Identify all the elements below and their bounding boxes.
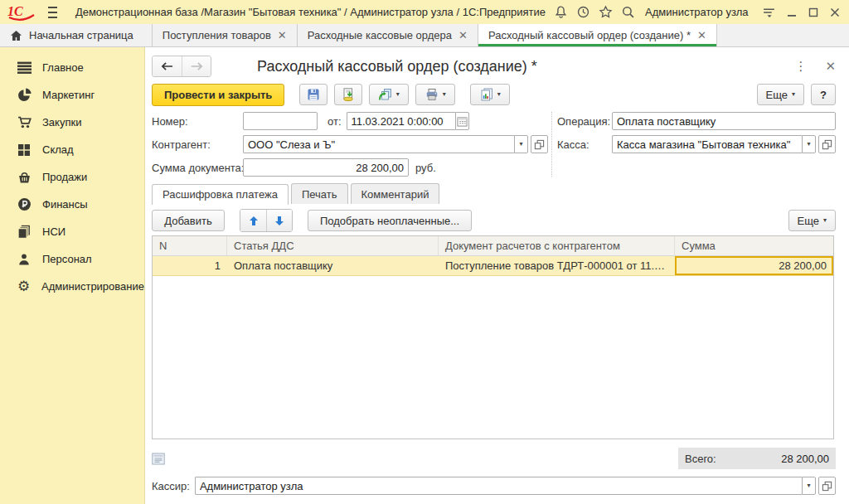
- history-icon[interactable]: [576, 3, 590, 22]
- table-footer: Всего: 28 200,00: [152, 448, 836, 469]
- counterparty-dropdown-icon[interactable]: ▾: [514, 135, 528, 153]
- counterparty-open-icon[interactable]: [531, 135, 548, 153]
- sidebar-item-label: Персонал: [42, 253, 92, 265]
- cell-dds-item[interactable]: Оплата поставщику: [227, 256, 439, 275]
- cell-settlement-document[interactable]: Поступление товаров ТДРТ-000001 от 11.03…: [439, 256, 675, 275]
- column-header-doc[interactable]: Документ расчетов с контрагентом: [439, 236, 675, 255]
- sections-sidebar: Главное Маркетинг Закупки Склад: [0, 47, 145, 504]
- sidebar-item-marketing[interactable]: Маркетинг: [0, 81, 144, 109]
- main-lines-icon: [17, 61, 32, 75]
- sidebar-item-glavnoe[interactable]: Главное: [0, 54, 144, 81]
- save-button[interactable]: [299, 84, 327, 105]
- service-menu-icon[interactable]: [762, 3, 776, 22]
- maximize-icon[interactable]: [808, 3, 819, 22]
- search-icon[interactable]: [621, 3, 635, 22]
- table-more-button[interactable]: Еще ▾: [788, 210, 836, 231]
- table-row[interactable]: 1 Оплата поставщику Поступление товаров …: [153, 256, 833, 276]
- forward-button[interactable]: [182, 56, 211, 76]
- tab-rashodnye-kassovye-ordera[interactable]: Расходные кассовые ордера ✕: [298, 24, 478, 46]
- form-menu-kebab-icon[interactable]: ⋮: [794, 59, 807, 74]
- close-window-icon[interactable]: [829, 3, 841, 22]
- form-fields: Номер: от: Контрагент:: [152, 112, 836, 177]
- reports-button[interactable]: ▾: [470, 84, 510, 105]
- form-close-icon[interactable]: ✕: [825, 59, 836, 74]
- counterparty-input[interactable]: [243, 135, 514, 153]
- move-row-up-icon[interactable]: [240, 210, 266, 231]
- sidebar-item-sklad[interactable]: Склад: [0, 136, 144, 163]
- sidebar-item-administrirovanie[interactable]: ⚙ Администрирование: [0, 273, 144, 300]
- tab-home[interactable]: Начальная страница: [0, 24, 153, 46]
- number-label: Номер:: [152, 115, 243, 128]
- cashbox-label: Касса:: [557, 138, 612, 151]
- stacked-docs-icon: [17, 225, 32, 239]
- more-button[interactable]: Еще ▾: [757, 84, 804, 105]
- cell-sum-selected[interactable]: 28 200,00: [675, 256, 833, 275]
- column-header-sum[interactable]: Сумма: [675, 236, 833, 255]
- dropdown-caret-icon: ▾: [497, 91, 501, 98]
- back-button[interactable]: [153, 56, 182, 76]
- favorites-star-icon[interactable]: [599, 3, 613, 22]
- cell-row-number[interactable]: 1: [153, 256, 227, 275]
- tab-label: Печать: [302, 188, 337, 201]
- tab-postupleniya-tovarov[interactable]: Поступления товаров ✕: [153, 24, 298, 46]
- sidebar-item-personal[interactable]: Персонал: [0, 245, 144, 273]
- table-toolbar: Добавить Подобрать неоплаченные... Еще ▾: [152, 209, 836, 232]
- document-form: Расходный кассовый ордер (создание) * ⋮ …: [145, 47, 849, 504]
- sidebar-item-nsi[interactable]: НСИ: [0, 218, 144, 245]
- current-user[interactable]: Администратор узла: [645, 6, 749, 18]
- list-view-icon[interactable]: [152, 453, 165, 465]
- dropdown-caret-icon: ▾: [443, 91, 446, 98]
- more-button-label: Еще: [766, 89, 788, 101]
- move-row-down-icon[interactable]: [266, 210, 292, 231]
- sidebar-item-finansy[interactable]: Финансы: [0, 191, 144, 218]
- tab-close-icon[interactable]: ✕: [697, 30, 706, 41]
- tab-pechat[interactable]: Печать: [291, 183, 348, 204]
- form-title: Расходный кассовый ордер (создание) *: [257, 58, 794, 75]
- app-title: Демонстрационная база /Магазин "Бытовая …: [75, 6, 546, 18]
- form-tabstrip: Расшифровка платежа Печать Комментарий: [152, 183, 836, 204]
- operation-input[interactable]: [612, 112, 836, 130]
- ruble-circle-icon: [17, 197, 32, 211]
- tab-label: Комментарий: [361, 188, 429, 201]
- person-icon: [17, 252, 32, 266]
- shopping-cart-icon: [17, 115, 32, 129]
- column-header-dds[interactable]: Статья ДДС: [227, 236, 439, 255]
- main-menu-icon[interactable]: [48, 7, 57, 18]
- print-button[interactable]: ▾: [415, 84, 455, 105]
- cashbox-open-icon[interactable]: [818, 135, 836, 153]
- post-document-button[interactable]: [334, 84, 362, 105]
- application-window: 1С Демонстрационная база /Магазин "Бытов…: [0, 0, 849, 504]
- tab-label: Расходный кассовый ордер (создание) *: [488, 29, 691, 41]
- cashier-dropdown-icon[interactable]: ▾: [802, 477, 816, 495]
- tab-kommentarii[interactable]: Комментарий: [351, 183, 440, 204]
- notifications-bell-icon[interactable]: [554, 3, 568, 22]
- sidebar-item-label: Главное: [42, 61, 84, 74]
- table-empty-area[interactable]: [153, 276, 833, 439]
- sidebar-item-zakupki[interactable]: Закупки: [0, 109, 144, 136]
- date-input[interactable]: [347, 112, 455, 130]
- tab-close-icon[interactable]: ✕: [458, 30, 468, 41]
- help-button[interactable]: ?: [811, 84, 836, 105]
- tab-rashodnyi-kassovyi-order-active[interactable]: Расходный кассовый ордер (создание) * ✕: [478, 24, 717, 46]
- add-row-button[interactable]: Добавить: [152, 210, 225, 231]
- cashier-input[interactable]: [195, 477, 802, 495]
- grid-boxes-icon: [17, 143, 32, 157]
- create-based-on-button[interactable]: ▾: [369, 84, 409, 105]
- tab-close-icon[interactable]: ✕: [278, 30, 287, 41]
- pick-unpaid-button[interactable]: Подобрать неоплаченные...: [308, 210, 472, 231]
- number-input[interactable]: [243, 112, 318, 130]
- tab-label: Поступления товаров: [163, 29, 271, 41]
- operation-label: Операция:: [557, 115, 612, 128]
- cashbox-input[interactable]: [612, 135, 802, 153]
- post-and-close-button[interactable]: Провести и закрыть: [152, 84, 284, 106]
- calendar-icon[interactable]: [455, 112, 469, 130]
- tab-rasshifrovka-platezha[interactable]: Расшифровка платежа: [152, 184, 289, 205]
- minimize-icon[interactable]: [786, 3, 798, 22]
- column-header-n[interactable]: N: [153, 236, 227, 255]
- cashbox-dropdown-icon[interactable]: ▾: [802, 135, 816, 153]
- cashier-open-icon[interactable]: [818, 477, 836, 495]
- sidebar-item-prodazhi[interactable]: Продажи: [0, 163, 144, 191]
- sidebar-item-label: Администрирование: [41, 280, 144, 293]
- amount-input[interactable]: [243, 158, 409, 177]
- dropdown-caret-icon: ▾: [396, 91, 400, 98]
